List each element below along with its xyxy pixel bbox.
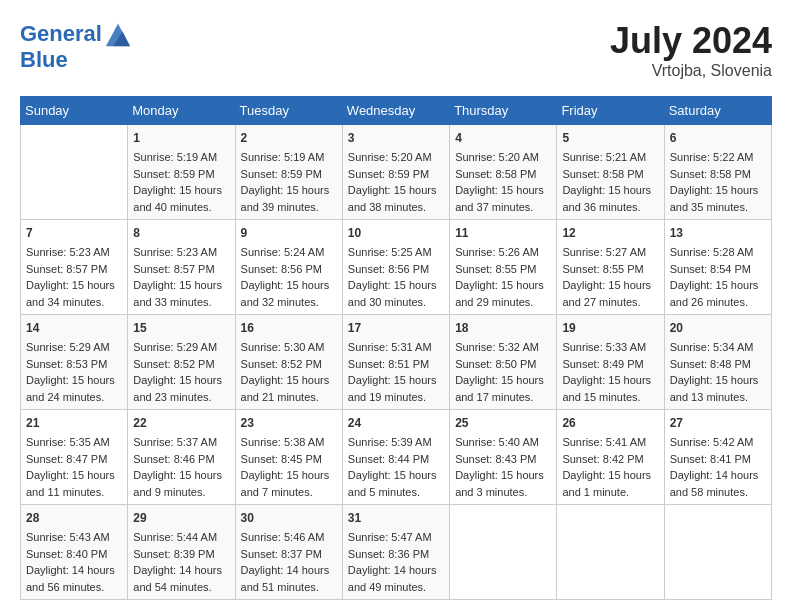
- day-number: 17: [348, 319, 444, 337]
- day-info-line: and 21 minutes.: [241, 389, 337, 406]
- day-info-line: Daylight: 15 hours: [133, 182, 229, 199]
- day-info-line: Sunrise: 5:37 AM: [133, 434, 229, 451]
- calendar-week-row: 14Sunrise: 5:29 AMSunset: 8:53 PMDayligh…: [21, 315, 772, 410]
- calendar-cell: 15Sunrise: 5:29 AMSunset: 8:52 PMDayligh…: [128, 315, 235, 410]
- day-info-line: and 35 minutes.: [670, 199, 766, 216]
- weekday-header-tuesday: Tuesday: [235, 97, 342, 125]
- day-info-line: Sunset: 8:42 PM: [562, 451, 658, 468]
- day-info-line: Daylight: 15 hours: [241, 182, 337, 199]
- day-info-line: Sunrise: 5:20 AM: [455, 149, 551, 166]
- day-info-line: Daylight: 15 hours: [26, 467, 122, 484]
- calendar-week-row: 28Sunrise: 5:43 AMSunset: 8:40 PMDayligh…: [21, 505, 772, 600]
- day-number: 2: [241, 129, 337, 147]
- day-info-line: Sunset: 8:53 PM: [26, 356, 122, 373]
- day-info-line: Daylight: 15 hours: [562, 182, 658, 199]
- day-info-line: Daylight: 15 hours: [670, 372, 766, 389]
- calendar-cell: 4Sunrise: 5:20 AMSunset: 8:58 PMDaylight…: [450, 125, 557, 220]
- day-info-line: Sunset: 8:50 PM: [455, 356, 551, 373]
- calendar-cell: 29Sunrise: 5:44 AMSunset: 8:39 PMDayligh…: [128, 505, 235, 600]
- day-info-line: and 40 minutes.: [133, 199, 229, 216]
- day-info-line: Sunset: 8:46 PM: [133, 451, 229, 468]
- calendar-cell: 19Sunrise: 5:33 AMSunset: 8:49 PMDayligh…: [557, 315, 664, 410]
- logo: General Blue: [20, 20, 132, 72]
- calendar-cell: 24Sunrise: 5:39 AMSunset: 8:44 PMDayligh…: [342, 410, 449, 505]
- day-info-line: and 5 minutes.: [348, 484, 444, 501]
- day-number: 6: [670, 129, 766, 147]
- day-number: 10: [348, 224, 444, 242]
- day-info-line: Sunrise: 5:39 AM: [348, 434, 444, 451]
- calendar-cell: 25Sunrise: 5:40 AMSunset: 8:43 PMDayligh…: [450, 410, 557, 505]
- calendar-cell: 13Sunrise: 5:28 AMSunset: 8:54 PMDayligh…: [664, 220, 771, 315]
- day-info-line: Daylight: 15 hours: [26, 277, 122, 294]
- day-info-line: Sunset: 8:49 PM: [562, 356, 658, 373]
- day-info-line: Sunset: 8:48 PM: [670, 356, 766, 373]
- calendar-cell: 22Sunrise: 5:37 AMSunset: 8:46 PMDayligh…: [128, 410, 235, 505]
- day-number: 13: [670, 224, 766, 242]
- calendar-cell: 30Sunrise: 5:46 AMSunset: 8:37 PMDayligh…: [235, 505, 342, 600]
- day-info-line: and 23 minutes.: [133, 389, 229, 406]
- day-info-line: and 15 minutes.: [562, 389, 658, 406]
- calendar-cell: 28Sunrise: 5:43 AMSunset: 8:40 PMDayligh…: [21, 505, 128, 600]
- day-info-line: Sunrise: 5:35 AM: [26, 434, 122, 451]
- day-info-line: Sunset: 8:47 PM: [26, 451, 122, 468]
- day-info-line: Sunset: 8:58 PM: [670, 166, 766, 183]
- day-info-line: Daylight: 15 hours: [348, 182, 444, 199]
- day-info-line: Sunset: 8:40 PM: [26, 546, 122, 563]
- day-number: 29: [133, 509, 229, 527]
- day-number: 4: [455, 129, 551, 147]
- day-info-line: Sunrise: 5:38 AM: [241, 434, 337, 451]
- day-number: 23: [241, 414, 337, 432]
- day-info-line: Daylight: 15 hours: [133, 277, 229, 294]
- day-info-line: and 3 minutes.: [455, 484, 551, 501]
- day-info-line: Sunset: 8:43 PM: [455, 451, 551, 468]
- day-info-line: Daylight: 15 hours: [26, 372, 122, 389]
- day-number: 31: [348, 509, 444, 527]
- day-info-line: Sunrise: 5:22 AM: [670, 149, 766, 166]
- day-info-line: Daylight: 14 hours: [241, 562, 337, 579]
- day-info-line: Sunset: 8:51 PM: [348, 356, 444, 373]
- day-info-line: Sunset: 8:36 PM: [348, 546, 444, 563]
- day-info-line: Daylight: 14 hours: [26, 562, 122, 579]
- day-info-line: and 17 minutes.: [455, 389, 551, 406]
- day-number: 20: [670, 319, 766, 337]
- day-info-line: Daylight: 15 hours: [241, 372, 337, 389]
- day-info-line: Daylight: 14 hours: [670, 467, 766, 484]
- weekday-header-wednesday: Wednesday: [342, 97, 449, 125]
- day-info-line: Daylight: 15 hours: [562, 467, 658, 484]
- day-info-line: Sunrise: 5:47 AM: [348, 529, 444, 546]
- day-info-line: Sunrise: 5:31 AM: [348, 339, 444, 356]
- day-number: 24: [348, 414, 444, 432]
- day-number: 27: [670, 414, 766, 432]
- day-info-line: Daylight: 15 hours: [455, 467, 551, 484]
- day-info-line: Sunrise: 5:25 AM: [348, 244, 444, 261]
- day-info-line: and 11 minutes.: [26, 484, 122, 501]
- day-info-line: Sunrise: 5:23 AM: [133, 244, 229, 261]
- day-info-line: and 9 minutes.: [133, 484, 229, 501]
- day-number: 18: [455, 319, 551, 337]
- day-info-line: Daylight: 15 hours: [241, 467, 337, 484]
- calendar-cell: 8Sunrise: 5:23 AMSunset: 8:57 PMDaylight…: [128, 220, 235, 315]
- day-info-line: Daylight: 15 hours: [562, 372, 658, 389]
- day-info-line: Sunset: 8:58 PM: [562, 166, 658, 183]
- day-info-line: Sunset: 8:54 PM: [670, 261, 766, 278]
- month-year: July 2024: [610, 20, 772, 62]
- day-info-line: Sunset: 8:57 PM: [133, 261, 229, 278]
- day-number: 11: [455, 224, 551, 242]
- calendar-cell: 6Sunrise: 5:22 AMSunset: 8:58 PMDaylight…: [664, 125, 771, 220]
- day-info-line: Daylight: 15 hours: [348, 277, 444, 294]
- day-info-line: and 54 minutes.: [133, 579, 229, 596]
- day-info-line: Daylight: 15 hours: [133, 372, 229, 389]
- calendar-cell: [664, 505, 771, 600]
- day-info-line: Daylight: 15 hours: [348, 467, 444, 484]
- day-info-line: and 30 minutes.: [348, 294, 444, 311]
- day-info-line: Sunset: 8:39 PM: [133, 546, 229, 563]
- day-info-line: and 7 minutes.: [241, 484, 337, 501]
- weekday-header-thursday: Thursday: [450, 97, 557, 125]
- day-number: 19: [562, 319, 658, 337]
- calendar-cell: 31Sunrise: 5:47 AMSunset: 8:36 PMDayligh…: [342, 505, 449, 600]
- day-info-line: Daylight: 15 hours: [670, 182, 766, 199]
- day-number: 30: [241, 509, 337, 527]
- day-info-line: Sunrise: 5:23 AM: [26, 244, 122, 261]
- day-info-line: Sunset: 8:58 PM: [455, 166, 551, 183]
- logo-text: General: [20, 22, 102, 46]
